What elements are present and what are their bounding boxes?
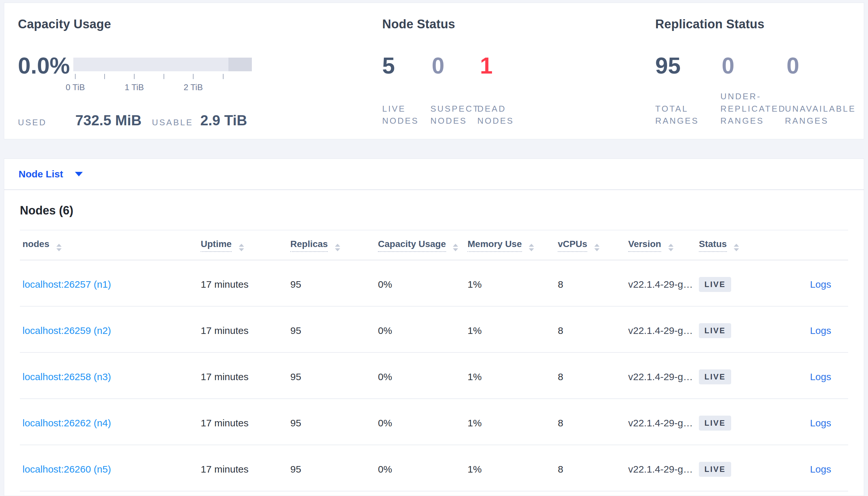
nodes-table-card: Nodes (6) nodes Uptime Replicas Capacity… — [4, 190, 864, 496]
column-header-replicas[interactable]: Replicas — [290, 239, 378, 251]
chevron-down-icon — [75, 172, 83, 176]
version-cell: v22.1.4-29-g… — [628, 279, 699, 290]
sort-icon — [529, 244, 534, 251]
sort-icon — [668, 244, 673, 251]
node-row: localhost:26258 (n3) 17 minutes 95 0% 1%… — [20, 353, 848, 399]
node-link[interactable]: localhost:26257 (n1) — [23, 279, 111, 290]
usable-value: 2.9 TiB — [200, 112, 247, 128]
column-header-memory-use[interactable]: Memory Use — [467, 239, 558, 251]
version-cell: v22.1.4-29-g… — [628, 418, 699, 429]
axis-tick — [104, 74, 105, 79]
memory-use-cell: 1% — [467, 464, 558, 475]
version-cell: v22.1.4-29-g… — [628, 371, 699, 383]
status-badge: LIVE — [699, 369, 731, 384]
capacity-usage-title: Capacity Usage — [18, 17, 111, 31]
under-replicated-ranges-label: UNDER-REPLICATED RANGES — [720, 91, 791, 127]
live-nodes-label: LIVE NODES — [382, 103, 434, 127]
axis-tick-label: 0 TiB — [53, 82, 98, 92]
column-header-capacity-usage[interactable]: Capacity Usage — [378, 239, 467, 251]
column-header-status[interactable]: Status — [699, 239, 766, 251]
axis-tick — [75, 74, 76, 79]
axis-tick — [223, 74, 224, 79]
sort-icon — [734, 244, 739, 251]
status-badge: LIVE — [699, 416, 731, 431]
replicas-cell: 95 — [290, 325, 378, 336]
status-badge: LIVE — [699, 462, 731, 477]
vcpus-cell: 8 — [558, 418, 628, 429]
sort-icon — [56, 244, 62, 251]
axis-tick — [164, 74, 164, 79]
capacity-used-percent: 0.0% — [18, 55, 70, 77]
version-cell: v22.1.4-29-g… — [628, 325, 699, 336]
total-ranges-label: TOTAL RANGES — [655, 103, 717, 127]
status-badge: LIVE — [699, 323, 731, 338]
unavailable-ranges-count: 0 — [787, 55, 799, 77]
capacity-usage-cell: 0% — [378, 418, 467, 429]
node-status-title: Node Status — [382, 17, 455, 31]
uptime-cell: 17 minutes — [201, 371, 290, 383]
capacity-bar-track — [73, 58, 252, 71]
node-row: localhost:26257 (n1) 17 minutes 95 0% 1%… — [20, 260, 848, 307]
uptime-cell: 17 minutes — [201, 418, 290, 429]
capacity-usage-details: USED 732.5 MiB USABLE 2.9 TiB — [18, 112, 247, 128]
replication-status-title: Replication Status — [655, 17, 764, 31]
replicas-cell: 95 — [290, 464, 378, 475]
node-link[interactable]: localhost:26258 (n3) — [23, 371, 111, 382]
node-row: localhost:26259 (n2) 17 minutes 95 0% 1%… — [20, 307, 848, 353]
column-header-version[interactable]: Version — [628, 239, 699, 251]
column-header-uptime[interactable]: Uptime — [201, 239, 290, 251]
node-link[interactable]: localhost:26260 (n5) — [23, 464, 111, 475]
vcpus-cell: 8 — [558, 371, 628, 383]
nodes-table-header: nodes Uptime Replicas Capacity Usage Mem… — [20, 230, 848, 260]
suspect-nodes-count: 0 — [432, 55, 445, 77]
dead-nodes-count: 1 — [480, 55, 493, 77]
logs-link[interactable]: Logs — [810, 464, 831, 475]
version-cell: v22.1.4-29-g… — [628, 464, 699, 475]
used-label: USED — [18, 118, 47, 128]
node-link[interactable]: localhost:26259 (n2) — [23, 325, 111, 336]
capacity-usage-cell: 0% — [378, 325, 467, 336]
node-link[interactable]: localhost:26262 (n4) — [23, 418, 111, 428]
uptime-cell: 17 minutes — [201, 325, 290, 336]
view-selector-bar: Node List — [4, 158, 864, 190]
sort-icon — [335, 244, 340, 251]
unavailable-ranges-label: UNAVAILABLE RANGES — [785, 103, 860, 127]
under-replicated-ranges-count: 0 — [722, 55, 734, 77]
replicas-cell: 95 — [290, 279, 378, 290]
memory-use-cell: 1% — [467, 371, 558, 383]
memory-use-cell: 1% — [467, 279, 558, 290]
capacity-bar-reserved-segment — [228, 58, 252, 71]
axis-tick-label: 2 TiB — [170, 82, 216, 92]
cluster-summary-panel: Capacity Usage 0.0% 0 TiB 1 TiB 2 TiB US… — [4, 3, 864, 139]
live-nodes-count: 5 — [382, 55, 395, 77]
node-row: localhost:26262 (n4) 17 minutes 95 0% 1%… — [20, 399, 848, 445]
node-list-dropdown-label: Node List — [18, 169, 63, 180]
replicas-cell: 95 — [290, 371, 378, 383]
logs-link[interactable]: Logs — [810, 279, 831, 290]
used-value: 732.5 MiB — [75, 112, 141, 128]
total-ranges-count: 95 — [655, 55, 680, 77]
node-list-dropdown[interactable]: Node List — [4, 159, 864, 189]
axis-tick — [193, 74, 194, 79]
dead-nodes-label: DEAD NODES — [477, 103, 533, 127]
replicas-cell: 95 — [290, 418, 378, 429]
capacity-usage-bar-chart: 0 TiB 1 TiB 2 TiB — [73, 58, 252, 97]
vcpus-cell: 8 — [558, 279, 628, 290]
vcpus-cell: 8 — [558, 325, 628, 336]
nodes-section-heading: Nodes (6) — [20, 204, 848, 217]
capacity-usage-cell: 0% — [378, 279, 467, 290]
memory-use-cell: 1% — [467, 418, 558, 429]
column-header-vcpus[interactable]: vCPUs — [558, 239, 628, 251]
column-header-nodes[interactable]: nodes — [20, 239, 201, 251]
logs-link[interactable]: Logs — [810, 418, 831, 428]
logs-link[interactable]: Logs — [810, 325, 831, 336]
capacity-usage-cell: 0% — [378, 371, 467, 383]
axis-tick — [134, 74, 135, 79]
sort-icon — [453, 244, 458, 251]
capacity-usage-cell: 0% — [378, 464, 467, 475]
logs-link[interactable]: Logs — [810, 371, 831, 382]
node-row: localhost:26260 (n5) 17 minutes 95 0% 1%… — [20, 445, 848, 492]
axis-tick-label: 1 TiB — [111, 82, 157, 92]
sort-icon — [594, 244, 599, 251]
usable-label: USABLE — [152, 118, 193, 128]
